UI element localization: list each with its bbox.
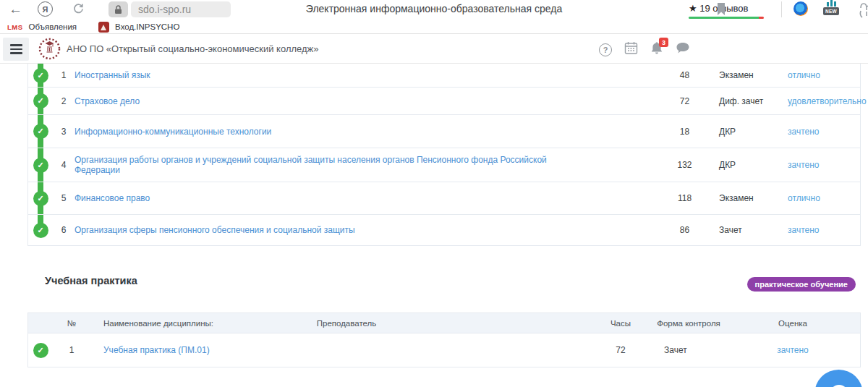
discipline-link[interactable]: Страховое дело [75,96,140,106]
hours-value: 18 [658,127,712,137]
back-icon[interactable]: ← [9,1,22,17]
grade-link[interactable]: отлично [788,70,820,80]
control-form-value: Экзамен [712,70,784,80]
notification-count-badge: 3 [659,38,668,47]
disciplines-table: ✓ 1 Иностранный язык 48 Экзамен отлично … [27,64,861,246]
hours-value: 118 [658,193,712,203]
messages-chat-icon[interactable] [676,42,690,57]
table-row: ✓ 4 Организация работы органов и учрежде… [28,148,860,182]
completed-check-icon: ✓ [33,124,48,139]
discipline-link[interactable]: Иностранный язык [75,70,150,80]
college-name: АНО ПО «Открытый социально-экономический… [67,43,319,54]
new-badge: NEW [823,7,839,15]
row-number: 1 [53,345,90,355]
bookmark-announcements[interactable]: Объявления [29,22,77,31]
bookmark-inpsycho[interactable]: Вход.INPSYCHO [115,22,179,31]
control-form-value: ДКР [712,127,784,137]
section-title-practice: Учебная практика [45,275,137,286]
completed-check-icon: ✓ [33,223,48,238]
column-header-name: Наименование дисциплины: [90,319,271,328]
discipline-link[interactable]: Информационно-коммуникационные технологи… [75,127,271,137]
extension-color-circle-icon[interactable] [793,1,808,16]
hours-value: 48 [658,70,712,80]
column-header-grade: Оценка [724,319,861,328]
control-form-value: ДКР [712,160,784,170]
grade-link[interactable]: зачтено [788,127,820,137]
extension-new-icon[interactable]: NEW [823,0,839,17]
hours-value: 72 [588,345,653,355]
help-icon[interactable]: ? [599,43,612,56]
yandex-browser-icon[interactable]: Я [38,1,53,17]
row-number: 5 [53,193,75,203]
hand-cursor-icon [858,1,868,21]
table-row: ✓ 1 Иностранный язык 48 Экзамен отлично [28,64,860,88]
toolbar-divider [781,1,782,17]
calendar-icon[interactable] [624,41,638,58]
table-row: ✓ 2 Страховое дело 72 Диф. зачет удовлет… [28,88,860,115]
chat-ring-icon [830,385,848,387]
completed-check-icon: ✓ [33,93,48,109]
extension-glyph [823,0,839,7]
completed-check-icon: ✓ [33,191,48,206]
inpsycho-favicon [98,22,109,33]
bookmark-flag-icon[interactable] [716,2,726,19]
discipline-link[interactable]: Организация сферы пенсионного обеспечени… [75,225,355,235]
control-form-value: Диф. зачет [712,96,784,106]
practice-discipline-link[interactable]: Учебная практика (ПМ.01) [103,345,210,355]
browser-page-title: Электронная информационно-образовательна… [306,3,562,14]
discipline-link[interactable]: Финансовое право [75,193,150,203]
control-form-value: Зачет [712,225,784,235]
control-form-value: Экзамен [712,193,784,203]
completed-check-icon: ✓ [33,68,48,83]
site-header: АНО ПО «Открытый социально-экономический… [0,34,868,64]
browser-toolbar: ← Я sdo.i-spo.ru Электронная информацион… [0,0,868,20]
hours-value: 132 [658,160,712,170]
address-bar[interactable]: sdo.i-spo.ru [131,1,231,17]
hours-value: 86 [658,225,712,235]
bookmarks-bar: LMS Объявления Вход.INPSYCHO [0,20,868,34]
table-row: ✓ 1 Учебная практика (ПМ.01) 72 Зачет за… [28,333,860,367]
college-logo [38,37,61,64]
chat-widget-button[interactable] [814,370,863,387]
practice-table: № Наименование дисциплины: Преподаватель… [27,312,861,367]
reviews-widget[interactable]: ★ 19 отзывов [689,1,767,19]
column-header-number: № [53,319,90,328]
practice-type-badge[interactable]: практическое обучение [747,277,856,292]
discipline-link[interactable]: Организация работы органов и учреждений … [75,155,566,175]
practice-table-header: № Наименование дисциплины: Преподаватель… [28,313,860,333]
grade-link[interactable]: зачтено [788,225,820,235]
column-header-teacher: Преподаватель [271,319,422,328]
row-number: 3 [53,127,75,137]
row-number: 2 [53,96,75,106]
table-row: ✓ 6 Организация сферы пенсионного обеспе… [28,215,860,246]
hours-value: 72 [658,96,712,106]
row-number: 4 [53,160,75,170]
refresh-icon[interactable] [72,2,85,19]
completed-check-icon: ✓ [33,158,48,173]
star-icon: ★ [689,3,697,14]
notifications-bell-icon[interactable]: 3 [650,41,663,58]
grade-link[interactable]: зачтено [788,160,820,170]
column-header-form: Форма контроля [653,319,724,328]
grade-link[interactable]: зачтено [777,345,809,355]
row-number: 1 [53,70,75,80]
row-number: 6 [53,225,75,235]
control-form-value: Зачет [653,345,724,355]
menu-hamburger-button[interactable] [3,38,29,61]
reviews-rating-bar [689,17,764,19]
ssl-lock-icon[interactable] [109,1,128,17]
grade-link[interactable]: отлично [788,193,820,203]
table-row: ✓ 5 Финансовое право 118 Экзамен отлично [28,182,860,215]
completed-check-icon: ✓ [33,343,48,358]
lms-favicon: LMS [7,23,23,31]
table-row: ✓ 3 Информационно-коммуникационные техно… [28,115,860,148]
grade-link[interactable]: удовлетворительно [788,96,867,106]
column-header-hours: Часы [588,319,653,328]
